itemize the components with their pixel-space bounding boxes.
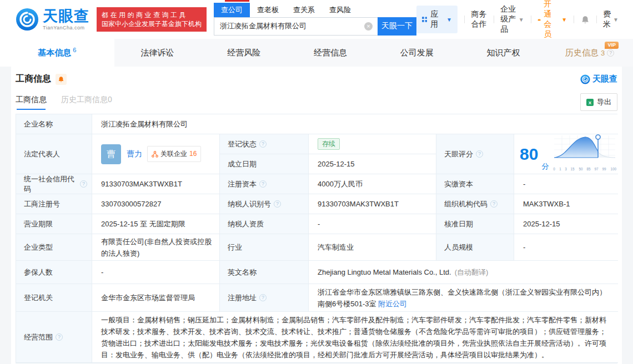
promo-ribbon bbox=[225, 0, 249, 2]
score-distribution-chart: 0131550859799100 bbox=[552, 133, 617, 175]
user-menu[interactable]: 费米 ▼ bbox=[603, 9, 619, 29]
help-icon[interactable] bbox=[259, 140, 267, 148]
field-label-establish-date: 成立日期 bbox=[220, 154, 309, 174]
search-tab-boss[interactable]: 查老板 bbox=[250, 3, 286, 17]
related-companies-badge[interactable]: 关联企业 16 bbox=[147, 146, 201, 162]
field-label-insured-count: 参保人数 bbox=[16, 261, 92, 284]
apps-menu[interactable]: 应用 ▼ bbox=[416, 6, 458, 33]
field-label-credit-code: 统一社会信用代码 bbox=[16, 174, 92, 194]
search-tabs: 查公司 查老板 查关系 查风险 bbox=[214, 4, 416, 17]
tab-operating-info[interactable]: 经营信息 bbox=[287, 39, 374, 67]
field-label-legal-representative: 法定代表人 bbox=[16, 134, 92, 174]
field-value-establish-date: 2025-12-15 bbox=[309, 154, 436, 174]
tab-label: 公司发展 bbox=[400, 48, 434, 58]
search-tab-relation[interactable]: 查关系 bbox=[286, 3, 322, 17]
related-label: 关联企业 bbox=[160, 148, 187, 160]
subtab-history-business-info[interactable]: 历史工商信息0 bbox=[61, 95, 112, 110]
help-icon[interactable] bbox=[259, 180, 267, 188]
field-label-approval-date: 核准日期 bbox=[436, 214, 514, 234]
search-tab-company[interactable]: 查公司 bbox=[214, 3, 250, 17]
tianyancha-logo[interactable]: 天眼查 TianYanCha.com bbox=[16, 8, 89, 31]
legal-rep-name-link[interactable]: 曹力 bbox=[127, 148, 142, 160]
clear-search-icon[interactable] bbox=[364, 22, 373, 31]
notification-bell-icon[interactable] bbox=[581, 16, 590, 24]
field-label-english-name: 英文名称 bbox=[220, 261, 309, 284]
logo-title: 天眼查 bbox=[43, 9, 89, 24]
chevron-down-icon: ▼ bbox=[561, 17, 567, 23]
help-icon[interactable] bbox=[607, 49, 614, 57]
field-value-business-scope: 一般项目：金属材料销售；钢压延加工；金属材料制造；金属制品销售；汽车零部件及配件… bbox=[92, 312, 618, 363]
field-label-registered-capital: 注册资本 bbox=[220, 174, 309, 194]
tab-intellectual-property[interactable]: 知识产权 bbox=[460, 39, 547, 67]
tab-label: 经营信息 bbox=[314, 48, 347, 58]
network-icon bbox=[152, 151, 158, 158]
company-tab-bar: 基本信息 6 法律诉讼 经营风险 经营信息 公司发展 知识产权 VIP 历史信息… bbox=[0, 39, 633, 67]
score-unit: 分 bbox=[541, 160, 549, 172]
field-value-industry: 汽车制造业 bbox=[309, 234, 436, 261]
tab-history-info[interactable]: VIP 历史信息 3 bbox=[546, 39, 633, 67]
field-value-taxpayer-quality: - bbox=[309, 214, 436, 234]
enterprise-label: 企业级产品 bbox=[500, 4, 516, 34]
help-icon[interactable] bbox=[476, 150, 483, 158]
score-value: 80 bbox=[520, 146, 538, 163]
tab-company-development[interactable]: 公司发展 bbox=[374, 39, 460, 67]
section-title: 工商信息 bbox=[16, 73, 51, 85]
field-label-taxpayer-id: 纳税人识别号 bbox=[220, 194, 309, 214]
search-tab-risk[interactable]: 查风险 bbox=[322, 3, 358, 17]
field-value-tianyan-score[interactable]: 80 分 bbox=[514, 134, 618, 174]
field-value-paid-capital: - bbox=[514, 174, 618, 194]
business-info-table: 企业名称 浙江凌拓金属材料有限公司 法定代表人 曹 曹力 关联企业 16 登记状… bbox=[16, 114, 617, 363]
tab-label: 历史信息 bbox=[565, 48, 599, 58]
business-info-card: 工商信息 天眼查 工商信息 历史工商信息0 X bbox=[11, 67, 622, 364]
tab-basic-info[interactable]: 基本信息 6 bbox=[0, 39, 114, 67]
tab-legal-proceedings[interactable]: 法律诉讼 bbox=[114, 39, 201, 67]
tab-count: 3 bbox=[601, 49, 605, 57]
apps-grid-icon bbox=[422, 16, 427, 23]
excel-icon: X bbox=[586, 99, 594, 106]
monitor-bell-icon[interactable] bbox=[56, 74, 67, 85]
divider bbox=[494, 16, 494, 23]
help-icon[interactable] bbox=[56, 333, 63, 341]
logo-subtitle: TianYanCha.com bbox=[43, 26, 89, 31]
field-value-insured-count: - bbox=[92, 261, 220, 284]
related-count: 16 bbox=[189, 148, 197, 160]
field-label-registration-status: 登记状态 bbox=[220, 134, 309, 154]
field-label-taxpayer-quality: 纳税人资质 bbox=[220, 214, 309, 234]
chevron-down-icon: ▼ bbox=[519, 17, 524, 23]
search-area: 查公司 查老板 查关系 查风险 天眼一下 bbox=[214, 4, 416, 36]
field-value-english-name: Zhejiang Lingtuo Metal Materials Co., Lt… bbox=[309, 261, 618, 284]
help-icon[interactable] bbox=[259, 294, 267, 301]
field-label-registered-address: 注册地址 bbox=[220, 284, 309, 312]
field-value-staff-size: - bbox=[514, 234, 618, 261]
nav-business-cooperation[interactable]: 商务合作 bbox=[471, 9, 486, 29]
export-button[interactable]: X 导出 bbox=[580, 93, 617, 111]
field-label-company-name: 企业名称 bbox=[16, 114, 92, 134]
help-icon[interactable] bbox=[80, 180, 87, 188]
field-value-registered-address: 浙江省金华市金东区塘雅镇纵三路东侧、金义快速路北侧（浙江金义智园实业有限公司内）… bbox=[309, 284, 618, 312]
nav-enterprise-products[interactable]: 企业级产品 ▼ bbox=[500, 4, 524, 34]
field-label-registration-number: 工商注册号 bbox=[16, 194, 92, 214]
field-value-company-type: 有限责任公司(非自然人投资或控股的法人独资) bbox=[92, 234, 220, 261]
status-badge: 存续 bbox=[318, 138, 340, 150]
divider bbox=[464, 16, 465, 23]
open-vip-button[interactable]: 开通会员 ▼ bbox=[537, 0, 567, 39]
tab-count: 6 bbox=[73, 47, 76, 53]
help-icon[interactable] bbox=[274, 200, 281, 208]
legal-rep-avatar[interactable]: 曹 bbox=[101, 144, 121, 164]
username: 费米 bbox=[603, 9, 611, 29]
vip-badge: VIP bbox=[605, 42, 619, 49]
tianyancha-watermark: 天眼查 bbox=[580, 74, 617, 84]
tab-label: 经营风险 bbox=[227, 48, 260, 58]
promo-banner-line1: 都在用的商业查询工具 bbox=[102, 11, 202, 19]
watermark-label: 天眼查 bbox=[592, 74, 617, 84]
field-label-registration-authority: 登记机关 bbox=[16, 284, 92, 312]
tab-operating-risk[interactable]: 经营风险 bbox=[200, 39, 287, 67]
subtab-business-info[interactable]: 工商信息 bbox=[16, 95, 47, 110]
search-input[interactable] bbox=[214, 17, 378, 36]
field-value-registration-status: 存续 bbox=[309, 134, 436, 154]
tab-label: 基本信息 bbox=[38, 48, 71, 58]
nearby-companies-link[interactable]: 附近公司 bbox=[378, 300, 407, 308]
help-icon[interactable] bbox=[490, 200, 498, 208]
search-button[interactable]: 天眼一下 bbox=[378, 17, 416, 36]
field-label-tianyan-score: 天眼评分 bbox=[436, 134, 514, 174]
